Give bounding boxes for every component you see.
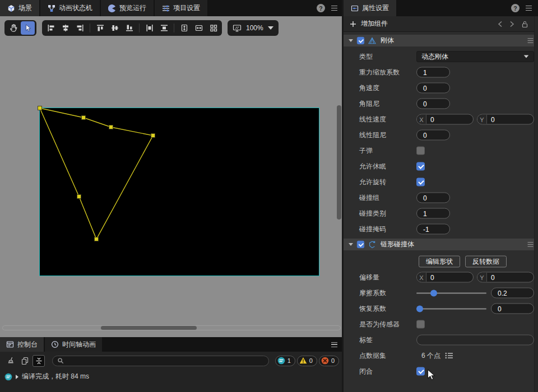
linear-velocity-y-field[interactable]: Y (477, 114, 534, 125)
broom-icon (7, 357, 15, 365)
tab-animation-state-machine[interactable]: 动画状态机 (40, 0, 100, 16)
angular-damping-input[interactable] (416, 99, 450, 109)
align-top-button[interactable] (93, 21, 107, 35)
help-icon[interactable]: ? (511, 4, 520, 12)
log-info-icon (277, 357, 285, 365)
panel-menu-icon[interactable] (526, 6, 532, 11)
lock-icon[interactable] (521, 20, 528, 28)
stage-canvas[interactable] (39, 108, 319, 276)
clear-console-button[interactable] (4, 355, 17, 367)
rigidbody-type-select[interactable]: 动态刚体 (416, 51, 534, 62)
plus-icon (350, 21, 356, 27)
reverse-data-button[interactable]: 反转数据 (465, 256, 507, 268)
copy-icon (21, 357, 29, 365)
add-component-button[interactable]: 增加组件 (361, 19, 388, 29)
chain-collider-enabled-checkbox[interactable] (357, 241, 364, 248)
friction-slider-thumb[interactable] (430, 290, 437, 296)
allow-sleep-checkbox[interactable] (416, 162, 425, 171)
panel-scrollbar-gutter[interactable] (534, 16, 538, 392)
allow-rotation-checkbox[interactable] (416, 178, 425, 186)
restitution-value-input[interactable] (491, 304, 534, 314)
log-entry[interactable]: 编译完成，耗时 84 ms (4, 372, 89, 381)
stretch-horizontal-button[interactable] (192, 21, 206, 35)
restitution-slider[interactable] (416, 305, 486, 312)
collision-category-input[interactable] (416, 208, 450, 219)
zoom-control[interactable]: 100% (228, 20, 279, 36)
collapse-arrow-icon[interactable] (349, 39, 353, 42)
console-menu-icon[interactable] (331, 342, 337, 347)
offset-y-field[interactable]: Y (477, 272, 534, 283)
monitor-icon (233, 24, 242, 32)
vertical-scrollbar-thumb[interactable] (337, 105, 341, 220)
select-tool-button[interactable] (21, 21, 35, 35)
friction-value-input[interactable] (491, 288, 534, 298)
offset-y-input[interactable] (487, 273, 534, 282)
collapse-logs-button[interactable] (33, 355, 45, 367)
edit-shape-button[interactable]: 编辑形状 (419, 256, 460, 268)
warning-count: 0 (309, 357, 313, 364)
linear-velocity-y-input[interactable] (487, 115, 534, 124)
align-center-vertical-button[interactable] (108, 21, 122, 35)
rigidbody-enabled-checkbox[interactable] (357, 37, 364, 44)
collision-mask-input[interactable] (416, 224, 450, 235)
distribute-horizontal-button[interactable] (142, 21, 156, 35)
horizontal-scrollbar-thumb[interactable] (101, 326, 197, 330)
align-right-button[interactable] (73, 21, 87, 35)
tab-scene[interactable]: 场景 (0, 0, 39, 16)
warning-count-badge[interactable]: 0 (297, 356, 317, 366)
offset-x-input[interactable] (426, 273, 473, 282)
property-label: 是否为传感器 (359, 320, 400, 329)
property-label: 类型 (359, 52, 373, 62)
console-icon (6, 340, 14, 348)
copy-log-button[interactable] (18, 355, 31, 367)
info-count-badge[interactable]: 1 (275, 356, 295, 366)
closed-checkbox[interactable] (416, 367, 425, 376)
tab-timeline-animation[interactable]: 时间轴动画 (45, 337, 102, 352)
stretch-vertical-button[interactable] (177, 21, 191, 35)
chevron-left-icon[interactable] (498, 21, 503, 27)
section-header-rigidbody[interactable]: 刚体 (344, 35, 538, 46)
scene-viewport[interactable]: 100% (0, 16, 344, 337)
tab-console[interactable]: 控制台 (0, 337, 44, 352)
property-row-shape-buttons: 编辑形状 反转数据 (344, 254, 538, 269)
console-search[interactable] (52, 356, 269, 366)
align-bottom-button[interactable] (122, 21, 136, 35)
chain-collider-body: 编辑形状 反转数据 偏移量 X Y 摩擦系数 (344, 250, 538, 379)
tab-properties[interactable]: 属性设置 (344, 0, 396, 16)
offset-x-field[interactable]: X (416, 272, 474, 283)
angular-velocity-input[interactable] (416, 83, 450, 94)
console-search-input[interactable] (67, 357, 264, 365)
collision-group-input[interactable] (416, 193, 450, 203)
section-header-chain-collider[interactable]: 链形碰撞体 (344, 239, 538, 250)
align-center-horizontal-button[interactable] (58, 21, 72, 35)
grid-arrange-button[interactable] (206, 21, 220, 35)
bullet-checkbox[interactable] (416, 147, 425, 155)
error-count-badge[interactable]: 0 (319, 356, 339, 366)
properties-tabbar: 属性设置 ? (344, 0, 538, 16)
restitution-slider-thumb[interactable] (416, 305, 423, 312)
friction-slider[interactable] (416, 289, 486, 297)
pan-tool-button[interactable] (6, 21, 20, 35)
property-row-allow-rotation: 允许旋转 (344, 174, 538, 190)
section-menu-icon[interactable] (528, 242, 534, 246)
property-row-angular-velocity: 角速度 (344, 80, 538, 96)
rigidbody-icon (368, 37, 376, 45)
linear-damping-input[interactable] (416, 130, 450, 141)
list-icon[interactable] (445, 352, 453, 360)
linear-velocity-x-input[interactable] (426, 115, 473, 124)
tag-input[interactable] (416, 335, 534, 346)
section-title: 刚体 (381, 36, 394, 45)
help-icon[interactable]: ? (317, 4, 325, 12)
tab-project-settings[interactable]: 项目设置 (155, 0, 207, 16)
menu-icon[interactable] (331, 6, 337, 11)
is-sensor-checkbox[interactable] (416, 320, 425, 329)
linear-velocity-x-field[interactable]: X (416, 114, 474, 125)
distribute-vertical-button[interactable] (157, 21, 171, 35)
tab-preview-run[interactable]: 预览运行 (101, 0, 154, 16)
align-left-button[interactable] (44, 21, 58, 35)
collapse-arrow-icon[interactable] (349, 243, 353, 246)
gravity-scale-input[interactable] (416, 67, 450, 78)
section-menu-icon[interactable] (528, 38, 534, 43)
log-expander-icon[interactable] (16, 375, 18, 379)
chevron-right-icon[interactable] (509, 21, 514, 27)
